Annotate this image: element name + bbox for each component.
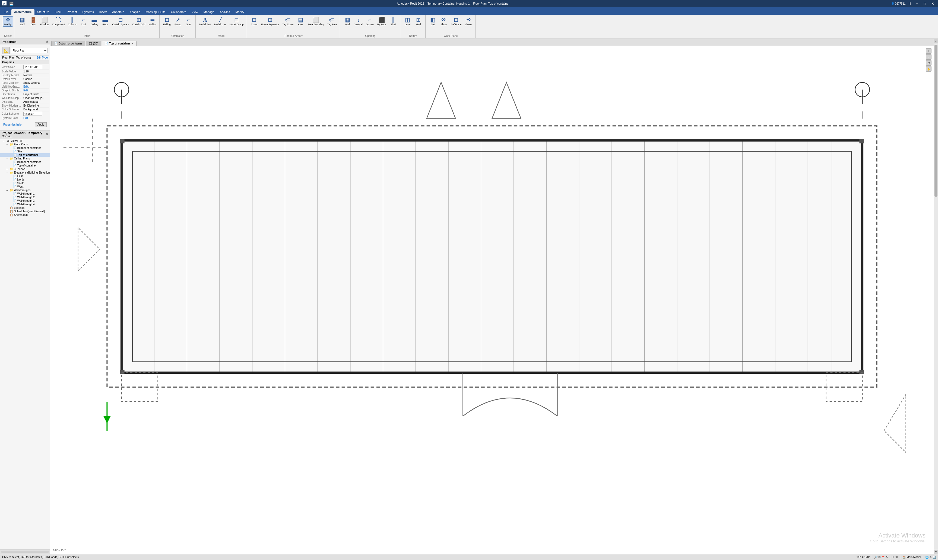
tab-architecture[interactable]: Architecture xyxy=(11,9,34,15)
tab-modify[interactable]: Modify xyxy=(233,9,247,15)
tab-3d[interactable]: 🔲 (3D) xyxy=(86,41,101,46)
viewer-button[interactable]: 👁 Viewer xyxy=(463,16,474,26)
room-separator-button[interactable]: ⊞ Room Separator xyxy=(260,16,281,26)
right-scrollbar[interactable]: ▲ ▼ xyxy=(933,39,938,554)
quick-save-btn[interactable]: 💾 xyxy=(8,1,15,6)
tree-bottom-of-container-fp[interactable]: 📄 Bottom of container xyxy=(0,146,50,150)
tree-walkthrough-1[interactable]: 📄 Walkthrough 1 xyxy=(0,192,50,195)
scroll-thumb[interactable] xyxy=(935,45,938,197)
tree-walkthroughs[interactable]: − 📁 Walkthroughs xyxy=(0,188,50,192)
canvas-area[interactable]: + − ⊡ ✋ Activate Windows Go to Settings … xyxy=(50,46,933,554)
railing-button[interactable]: ⊡ Railing xyxy=(162,16,172,26)
floor-button[interactable]: ▬ Floor xyxy=(100,16,111,26)
tag-area-button[interactable]: 🏷 Tag Area xyxy=(326,16,338,26)
maximize-btn[interactable]: □ xyxy=(922,1,927,6)
tree-floor-plans[interactable]: − 📁 Floor Plans xyxy=(0,143,50,146)
area-boundary-button[interactable]: ⬜ Area Boundary xyxy=(306,16,326,26)
tree-toggle-elevations[interactable]: − xyxy=(5,171,9,174)
tree-toggle-walkthroughs[interactable]: − xyxy=(5,189,9,192)
model-line-button[interactable]: ╱ Model Line xyxy=(213,16,227,26)
status-icon-2[interactable]: ⊡ xyxy=(878,556,881,558)
scroll-track[interactable] xyxy=(934,43,938,550)
tree-south[interactable]: 📄 South xyxy=(0,182,50,185)
properties-help-link[interactable]: Properties help xyxy=(2,123,23,127)
pan-btn[interactable]: ✋ xyxy=(926,66,932,72)
tag-room-button[interactable]: 🏷 Tag Room xyxy=(281,16,295,26)
prop-visibility-edit[interactable]: Edit... xyxy=(23,85,48,88)
mullion-button[interactable]: ═ Mullion xyxy=(147,16,158,26)
tree-toggle-views[interactable]: − xyxy=(2,140,5,142)
status-scale[interactable]: 1/8" = 1'-0" xyxy=(856,556,870,558)
area-button[interactable]: ▤ Area xyxy=(296,16,306,26)
tree-ceiling-plans[interactable]: − 📁 Ceiling Plans xyxy=(0,157,50,160)
tree-elevations[interactable]: − 📁 Elevations (Building Elevation) xyxy=(0,171,50,174)
properties-apply-button[interactable]: Apply xyxy=(35,122,47,127)
scroll-up-btn[interactable]: ▲ xyxy=(934,39,938,43)
status-alert-icon[interactable]: ⚠ xyxy=(929,556,932,558)
tab-top-close[interactable]: ✕ xyxy=(131,42,134,45)
tab-file[interactable]: File xyxy=(1,9,11,15)
close-btn[interactable]: ✕ xyxy=(930,1,936,6)
fit-view-btn[interactable]: ⊡ xyxy=(926,60,932,66)
tree-legends[interactable]: 📋 Legends xyxy=(0,206,50,210)
curtain-system-button[interactable]: ⊟ Curtain System xyxy=(111,16,131,26)
tree-top-of-container[interactable]: 📄 Top of container xyxy=(0,153,50,157)
tab-annotate[interactable]: Annotate xyxy=(110,9,127,15)
tree-east[interactable]: 📄 East xyxy=(0,174,50,178)
tab-insert[interactable]: Insert xyxy=(97,9,110,15)
status-icon-1[interactable]: 🔎 xyxy=(874,556,878,558)
show-button[interactable]: 👁 Show xyxy=(439,16,449,26)
browser-close-icon[interactable]: ✕ xyxy=(46,132,48,136)
column-button[interactable]: ║ Column xyxy=(67,16,78,26)
prop-graphic-display-edit[interactable]: Edit... xyxy=(23,89,48,92)
tree-west[interactable]: 📄 West xyxy=(0,185,50,188)
prop-system-color-edit[interactable]: Edit xyxy=(23,117,48,120)
edit-type-link[interactable]: Edit Type xyxy=(36,56,48,59)
tree-walkthrough-2[interactable]: 📄 Walkthrough 2 xyxy=(0,195,50,199)
tab-structure[interactable]: Structure xyxy=(34,9,52,15)
ramp-button[interactable]: ↗ Ramp xyxy=(173,16,183,26)
modify-button[interactable]: ✥ Modify xyxy=(3,16,13,26)
tree-north[interactable]: 📄 North xyxy=(0,178,50,182)
roof-button[interactable]: ⌐ Roof xyxy=(79,16,89,26)
zoom-out-btn[interactable]: − xyxy=(926,54,932,60)
tab-steel[interactable]: Steel xyxy=(52,9,64,15)
tree-toggle-floor-plans[interactable]: − xyxy=(5,143,9,146)
tree-walkthrough-3[interactable]: 📄 Walkthrough 3 xyxy=(0,199,50,203)
tree-bottom-of-container-cp[interactable]: 📄 Bottom of container xyxy=(0,160,50,164)
ceiling-button[interactable]: ▬ Ceiling xyxy=(89,16,100,26)
status-sync-icon[interactable]: 🔄 xyxy=(933,556,936,558)
prop-type-dropdown[interactable]: Floor Plan xyxy=(11,48,48,53)
tree-sheets[interactable]: 📋 Sheets (all) xyxy=(0,213,50,217)
window-button[interactable]: ⬜ Window xyxy=(39,16,50,26)
dormer-button[interactable]: ⌐ Dormer xyxy=(364,16,375,26)
tree-3d-views[interactable]: + 📁 3D Views xyxy=(0,167,50,171)
tab-manage[interactable]: Manage xyxy=(201,9,217,15)
set-button[interactable]: ◧ Set xyxy=(428,16,438,26)
tree-toggle-ceiling-plans[interactable]: − xyxy=(5,157,9,160)
status-network-icon[interactable]: 🌐 xyxy=(925,556,929,558)
tree-site[interactable]: 📄 Site xyxy=(0,150,50,153)
tab-systems[interactable]: Systems xyxy=(80,9,97,15)
status-icon-4[interactable]: ⚙ xyxy=(886,556,888,558)
tree-toggle-3d[interactable]: + xyxy=(5,168,9,171)
stair-button[interactable]: ⌐ Stair xyxy=(184,16,194,26)
info-btn[interactable]: ℹ xyxy=(908,1,912,6)
component-button[interactable]: ⛶ Component xyxy=(51,16,66,26)
zoom-in-btn[interactable]: + xyxy=(926,48,932,54)
tab-massing[interactable]: Massing & Site xyxy=(143,9,168,15)
ref-plane-button[interactable]: ⊡ Ref Plane xyxy=(449,16,463,26)
prop-color-scheme-input[interactable] xyxy=(23,112,42,116)
prop-view-scale-input[interactable] xyxy=(23,65,42,69)
wall-opening-button[interactable]: ▦ Wall xyxy=(342,16,353,26)
wall-button[interactable]: ▦ Wall xyxy=(17,16,28,26)
curtain-grid-button[interactable]: ⊞ Curtain Grid xyxy=(131,16,147,26)
properties-close-icon[interactable]: ✕ xyxy=(46,40,48,44)
tree-schedules[interactable]: 📋 Schedules/Quantities (all) xyxy=(0,210,50,213)
tree-views-all[interactable]: − 🗂 Views (all) xyxy=(0,139,50,143)
by-face-button[interactable]: ⬛ By Face xyxy=(376,16,387,26)
model-group-button[interactable]: ◻ Model Group xyxy=(228,16,245,26)
tab-view[interactable]: View xyxy=(189,9,201,15)
browser-scroll-indicator[interactable] xyxy=(1,551,49,553)
vertical-button[interactable]: ↕ Vertical xyxy=(353,16,364,26)
